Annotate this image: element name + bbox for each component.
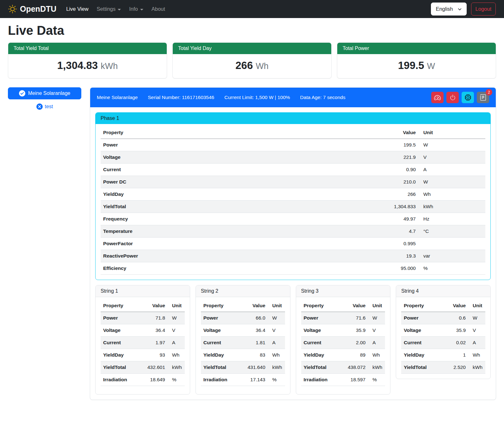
table-row: Voltage 221.9 V	[101, 151, 485, 164]
inverter-other-button[interactable]: test	[8, 103, 81, 110]
phase-table: Property Value Unit Power	[101, 127, 485, 275]
string-4-card: String 4 Property Value Unit	[396, 285, 491, 379]
check-circle-icon	[19, 90, 25, 97]
table-header-row: Property Value Unit	[201, 300, 285, 312]
sun-icon	[8, 5, 17, 13]
nav-item-about[interactable]: About	[147, 6, 169, 12]
string-3-card: String 3 Property Value Unit	[296, 285, 391, 395]
table-row: Power 199.5 W	[101, 139, 485, 151]
inverter-selected-label: Meine Solaranlage	[28, 90, 70, 96]
brand-label: OpenDTU	[20, 4, 56, 14]
table-row: Power 66.0 W	[201, 312, 285, 324]
card-value: 199.5	[398, 59, 424, 72]
nav-links: Live View Settings Info About	[62, 6, 169, 12]
nav-item-info[interactable]: Info	[125, 6, 147, 12]
chevron-down-icon	[118, 9, 121, 10]
nav-right: English Logout	[431, 3, 496, 16]
power-icon	[450, 94, 456, 101]
table-row: Frequency 49.97 Hz	[101, 213, 485, 225]
table-row: YieldTotal 432.601 kWh	[101, 361, 185, 374]
string-title: String 3	[296, 285, 390, 297]
table-row: YieldTotal 2.520 kWh	[401, 361, 485, 374]
string-3-table: Property Value Unit Power	[301, 300, 385, 386]
column-unit: Unit	[418, 127, 485, 139]
table-row: Power 0.6 W	[401, 312, 485, 324]
inverter-selected-button[interactable]: Meine Solaranlage	[8, 87, 81, 99]
speedometer-icon	[434, 94, 441, 101]
card-unit: W	[427, 61, 435, 71]
inverter-card: Meine Solaranlage Serial Number: 1161716…	[90, 87, 496, 400]
card-unit: Wh	[256, 61, 269, 71]
table-row: YieldDay 93 Wh	[101, 349, 185, 361]
card-value: 266	[235, 59, 253, 72]
x-circle-icon	[36, 103, 43, 110]
phase-title: Phase 1	[96, 113, 490, 124]
nav-item-live-view[interactable]: Live View	[62, 6, 92, 12]
restart-button[interactable]	[462, 92, 474, 103]
table-row: YieldDay 1 Wh	[401, 349, 485, 361]
string-title: String 2	[196, 285, 290, 297]
table-row: Current 1.97 A	[101, 337, 185, 349]
table-row: PowerFactor 0.995	[101, 238, 485, 250]
table-header-row: Property Value Unit	[101, 300, 185, 312]
total-power-card: Total Power 199.5 W	[337, 42, 496, 78]
table-row: Irradiation 18.597 %	[301, 374, 385, 386]
journal-icon	[480, 94, 486, 101]
table-header-row: Property Value Unit	[401, 300, 485, 312]
table-row: Current 2.00 A	[301, 337, 385, 349]
string-2-table: Property Value Unit Power	[201, 300, 285, 386]
card-unit: kWh	[101, 61, 118, 71]
table-row: YieldTotal 1,304.833 kWh	[101, 201, 485, 213]
table-row: YieldTotal 438.072 kWh	[301, 361, 385, 374]
table-row: ReactivePower 19.3 var	[101, 250, 485, 262]
card-title: Total Yield Total	[8, 43, 167, 54]
cpu-icon	[465, 94, 471, 101]
event-log-button[interactable]: 2	[477, 92, 489, 103]
chevron-down-icon	[457, 7, 462, 11]
inverter-other-label: test	[45, 104, 53, 109]
table-row: Irradiation 17.143 %	[201, 374, 285, 386]
inverter-data-age: Data Age: 7 seconds	[300, 95, 345, 100]
total-yield-day-card: Total Yield Day 266 Wh	[172, 42, 332, 78]
table-row: Current 1.81 A	[201, 337, 285, 349]
card-title: Total Yield Day	[173, 43, 331, 54]
nav-item-settings[interactable]: Settings	[93, 6, 125, 12]
limit-settings-button[interactable]	[431, 92, 444, 103]
table-row: YieldDay 89 Wh	[301, 349, 385, 361]
inverter-name: Meine Solaranlage	[97, 95, 138, 100]
chevron-down-icon	[140, 9, 143, 10]
table-row: Power DC 210.0 W	[101, 176, 485, 188]
strings-row: String 1 Property Value Unit	[95, 285, 491, 395]
event-count-badge: 2	[486, 89, 492, 96]
table-row: Current 0.02 A	[401, 337, 485, 349]
page-title: Live Data	[8, 23, 496, 38]
inverter-serial: Serial Number: 116171603546	[148, 95, 214, 100]
language-select[interactable]: English	[431, 3, 466, 16]
string-1-table: Property Value Unit Power	[101, 300, 185, 386]
language-selected-label: English	[436, 6, 453, 12]
table-row: Voltage 36.4 V	[201, 324, 285, 337]
table-row: YieldTotal 431.640 kWh	[201, 361, 285, 374]
table-header-row: Property Value Unit	[101, 127, 485, 139]
total-yield-total-card: Total Yield Total 1,304.83 kWh	[8, 42, 167, 78]
table-row: Voltage 35.9 V	[301, 324, 385, 337]
inverter-limit: Current Limit: 1,500 W | 100%	[224, 95, 290, 100]
phase-1-panel: Phase 1 Property Value Unit	[95, 112, 491, 280]
table-row: Efficiency 95.000 %	[101, 262, 485, 275]
table-row: Irradiation 18.649 %	[101, 374, 185, 386]
logout-button[interactable]: Logout	[471, 3, 496, 16]
brand[interactable]: OpenDTU	[8, 4, 56, 14]
string-2-card: String 2 Property Value Unit	[196, 285, 290, 395]
table-row: YieldDay 83 Wh	[201, 349, 285, 361]
inverter-sidebar: Meine Solaranlage test	[8, 87, 81, 110]
table-row: YieldDay 266 Wh	[101, 188, 485, 201]
column-value: Value	[361, 127, 418, 139]
table-row: Voltage 36.4 V	[101, 324, 185, 337]
card-value: 1,304.83	[57, 59, 98, 72]
string-1-card: String 1 Property Value Unit	[95, 285, 190, 395]
top-navbar: OpenDTU Live View Settings Info About En…	[0, 0, 504, 18]
table-row: Voltage 35.9 V	[401, 324, 485, 337]
string-title: String 1	[96, 285, 190, 297]
power-button[interactable]	[446, 92, 459, 103]
column-property: Property	[101, 127, 361, 139]
